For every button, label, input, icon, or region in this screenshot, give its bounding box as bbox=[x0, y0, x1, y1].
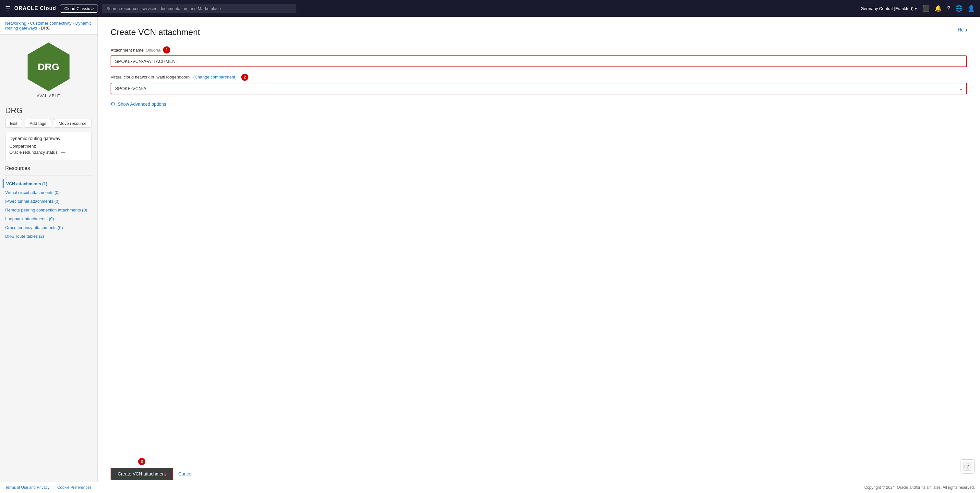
region-label: Germany Central (Frankfurt) bbox=[861, 6, 913, 11]
cloud-classic-button[interactable]: Cloud Classic > bbox=[60, 5, 98, 13]
help-link[interactable]: Help bbox=[958, 27, 967, 32]
form-footer: 3 Create VCN attachment Cancel bbox=[111, 468, 192, 480]
resources-divider bbox=[5, 175, 92, 175]
redundancy-row: Oracle redundancy status: — bbox=[10, 150, 88, 155]
region-selector[interactable]: Germany Central (Frankfurt) ▾ bbox=[861, 6, 917, 11]
panel-header: Create VCN attachment Help bbox=[111, 27, 967, 37]
help-widget[interactable]: ? bbox=[961, 459, 975, 474]
drg-hexagon: DRG bbox=[27, 43, 70, 91]
breadcrumb: Networking › Customer connectivity › Dyn… bbox=[0, 17, 97, 35]
hamburger-icon[interactable]: ☰ bbox=[5, 5, 10, 12]
nav-right: Germany Central (Frankfurt) ▾ ⬛ 🔔 ? 🌐 👤 bbox=[861, 5, 975, 12]
step3-area: 3 Create VCN attachment bbox=[111, 468, 173, 480]
sidebar-item-loopback[interactable]: Loopback attachments (0) bbox=[5, 215, 92, 223]
footer-copyright: Copyright © 2024, Oracle and/or its affi… bbox=[864, 485, 975, 490]
step3-badge: 3 bbox=[138, 458, 145, 465]
add-tags-button[interactable]: Add tags bbox=[25, 119, 51, 128]
resources-title: Resources bbox=[5, 165, 92, 171]
breadcrumb-networking[interactable]: Networking bbox=[5, 21, 26, 25]
help-icon[interactable]: ? bbox=[947, 5, 950, 12]
oracle-logo: ORACLE Cloud bbox=[14, 5, 56, 11]
top-navigation: ☰ ORACLE Cloud Cloud Classic > Germany C… bbox=[0, 0, 980, 17]
panel-title: Create VCN attachment bbox=[111, 27, 200, 37]
drg-icon-area: DRG AVAILABLE bbox=[0, 35, 97, 103]
optional-label: Optional bbox=[146, 48, 161, 52]
create-vcn-attachment-button[interactable]: Create VCN attachment bbox=[111, 468, 173, 480]
action-buttons: Edit Add tags Move resource bbox=[0, 119, 97, 132]
sidebar-item-ipsec[interactable]: IPSec tunnel attachments (0) bbox=[5, 197, 92, 206]
vcn-compartment-name: IwanHoogendoorn bbox=[155, 75, 190, 80]
redundancy-label: Oracle redundancy status: bbox=[10, 150, 59, 155]
breadcrumb-drg: DRG bbox=[41, 25, 50, 30]
breadcrumb-customer-connectivity[interactable]: Customer connectivity bbox=[30, 21, 72, 25]
compartment-row: Compartment: bbox=[10, 144, 88, 149]
screen-icon[interactable]: ⬛ bbox=[922, 5, 929, 12]
status-badge: AVAILABLE bbox=[37, 94, 60, 98]
vcn-select[interactable]: SPOKE-VCN-A bbox=[111, 83, 967, 94]
attachment-name-label: Attachment name Optional 1 bbox=[111, 46, 967, 54]
create-vcn-attachment-panel: Create VCN attachment Help Attachment na… bbox=[97, 17, 980, 493]
advanced-options-label: Show Advanced options bbox=[118, 102, 166, 107]
compartment-label: Compartment: bbox=[10, 144, 36, 149]
edit-button[interactable]: Edit bbox=[5, 119, 22, 128]
help-widget-icon: ? bbox=[963, 462, 972, 471]
info-card: Dynamic routing gateway Compartment: Ora… bbox=[5, 132, 92, 160]
breadcrumb-sep1: › bbox=[27, 21, 30, 25]
hexagon-shape: DRG bbox=[27, 43, 70, 91]
step2-badge: 2 bbox=[241, 74, 248, 81]
attachment-name-group: Attachment name Optional 1 bbox=[111, 46, 967, 67]
sliders-icon: ⚙ bbox=[111, 101, 115, 107]
vcn-group: Virtual cloud network in IwanHoogendoorn… bbox=[111, 74, 967, 94]
cancel-link[interactable]: Cancel bbox=[178, 471, 192, 477]
page-footer: Terms of Use and Privacy Cookie Preferen… bbox=[0, 482, 980, 493]
breadcrumb-sep3: › bbox=[38, 25, 41, 30]
breadcrumb-sep2: › bbox=[73, 21, 75, 25]
advanced-options-link[interactable]: ⚙ Show Advanced options bbox=[111, 101, 967, 107]
vcn-select-wrapper: SPOKE-VCN-A bbox=[111, 83, 967, 94]
user-icon[interactable]: 👤 bbox=[968, 5, 975, 12]
attachment-name-label-text: Attachment name bbox=[111, 48, 144, 52]
vcn-label-text: Virtual cloud network in bbox=[111, 75, 154, 80]
sidebar-item-cross-tenancy[interactable]: Cross-tenancy attachments (0) bbox=[5, 223, 92, 232]
info-card-title: Dynamic routing gateway bbox=[10, 136, 88, 141]
hexagon-label: DRG bbox=[38, 61, 59, 72]
app-body: Networking › Customer connectivity › Dyn… bbox=[0, 17, 980, 493]
sidebar-item-remote-peering[interactable]: Remote peering connection attachments (0… bbox=[5, 206, 92, 215]
vcn-label: Virtual cloud network in IwanHoogendoorn… bbox=[111, 74, 967, 81]
cookie-link[interactable]: Cookie Preferences bbox=[57, 485, 91, 490]
terms-link[interactable]: Terms of Use and Privacy bbox=[5, 485, 49, 490]
sidebar-item-virtual-circuit[interactable]: Virtual circuit attachments (0) bbox=[5, 188, 92, 197]
globe-icon[interactable]: 🌐 bbox=[955, 5, 963, 12]
step1-badge: 1 bbox=[163, 46, 170, 54]
search-input[interactable] bbox=[102, 4, 296, 13]
svg-text:?: ? bbox=[966, 464, 969, 469]
region-chevron-icon: ▾ bbox=[915, 6, 917, 11]
change-compartment-link[interactable]: (Change compartment) bbox=[193, 75, 237, 80]
move-resource-button[interactable]: Move resource bbox=[54, 119, 91, 128]
left-panel: Networking › Customer connectivity › Dyn… bbox=[0, 17, 97, 493]
redundancy-value: — bbox=[61, 150, 65, 155]
drg-title-area: DRG bbox=[0, 103, 97, 119]
drg-title: DRG bbox=[5, 106, 92, 115]
sidebar-item-drg-route-tables[interactable]: DRG route tables (2) bbox=[5, 232, 92, 241]
attachment-name-input[interactable] bbox=[111, 56, 967, 67]
resources-section: Resources VCN attachments (1) Virtual ci… bbox=[0, 165, 97, 241]
sidebar-item-vcn-attachments[interactable]: VCN attachments (1) bbox=[3, 180, 92, 188]
bell-icon[interactable]: 🔔 bbox=[935, 5, 942, 12]
